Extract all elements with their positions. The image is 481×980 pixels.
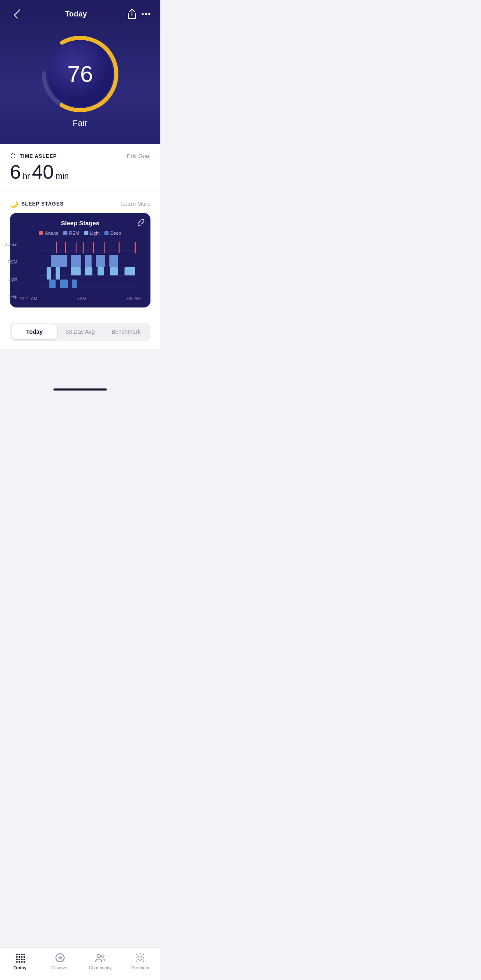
back-button[interactable]	[10, 7, 25, 21]
top-bar: Today	[0, 0, 160, 25]
rem-dot	[63, 231, 67, 235]
page-title: Today	[65, 10, 87, 18]
y-label-rem: REM	[0, 260, 17, 264]
x-axis-labels: 12:41 AM 5 AM 8:09 AM	[20, 296, 141, 301]
tab-30day[interactable]: 30 Day Avg	[57, 324, 103, 339]
tab-today[interactable]: Today	[12, 324, 57, 339]
tab-benchmark[interactable]: Benchmark	[103, 324, 149, 339]
y-label-light: Light	[0, 277, 17, 282]
svg-point-2	[148, 13, 150, 15]
time-asleep-header: ⏱ TIME ASLEEP Edit Goal	[10, 153, 150, 160]
share-button[interactable]	[127, 9, 136, 19]
chart-legend: Awake REM Light Deep	[16, 231, 144, 236]
deep-label: Deep	[110, 231, 121, 236]
svg-rect-13	[71, 267, 81, 275]
legend-light: Light	[84, 231, 100, 236]
sleep-stages-header: 🌙 SLEEP STAGES Learn More	[10, 200, 150, 208]
chart-wrapper: Awake REM Light Deep	[20, 240, 141, 301]
back-chevron-icon	[14, 9, 23, 19]
svg-point-1	[145, 13, 147, 15]
score-value: 76	[67, 62, 93, 86]
chart-title: Sleep Stages	[16, 220, 144, 227]
svg-rect-23	[72, 280, 77, 288]
svg-rect-9	[49, 280, 56, 288]
y-label-awake: Awake	[0, 243, 17, 247]
sleep-stages-title: SLEEP STAGES	[21, 201, 64, 207]
awake-label: Awake	[45, 231, 58, 236]
sleep-chart-svg	[40, 240, 141, 294]
learn-more-link[interactable]: Learn More	[121, 201, 150, 207]
svg-rect-11	[47, 267, 51, 280]
svg-point-0	[141, 13, 143, 15]
light-label: Light	[90, 231, 100, 236]
more-button[interactable]	[141, 13, 150, 15]
title-row: ⏱ TIME ASLEEP	[10, 153, 57, 160]
svg-rect-14	[85, 267, 92, 275]
light-dot	[84, 231, 88, 235]
hours-unit: hr	[23, 171, 30, 180]
time-asleep-value: 6 hr 40 min	[10, 162, 150, 183]
deep-dot	[104, 231, 109, 235]
rem-label: REM	[69, 231, 79, 236]
score-ring: 76	[39, 33, 121, 115]
content-area: ⏱ TIME ASLEEP Edit Goal 6 hr 40 min 🌙 SL…	[0, 144, 160, 349]
hero-section: Today	[0, 0, 160, 144]
svg-rect-17	[125, 267, 135, 275]
tabs-section: Today 30 Day Avg Benchmark	[0, 316, 160, 349]
legend-rem: REM	[63, 231, 79, 236]
sleep-stages-section: 🌙 SLEEP STAGES Learn More Sleep Stages A…	[0, 192, 160, 316]
x-label-start: 12:41 AM	[20, 296, 37, 301]
x-label-mid: 5 AM	[76, 296, 86, 301]
title-row-stages: 🌙 SLEEP STAGES	[10, 200, 64, 208]
awake-dot	[39, 231, 43, 235]
svg-rect-16	[110, 267, 118, 275]
score-circle: 76	[47, 41, 113, 107]
minutes-value: 40	[32, 161, 53, 183]
y-axis-labels: Awake REM Light Deep	[0, 240, 17, 301]
y-label-deep: Deep	[0, 294, 17, 299]
svg-rect-10	[60, 280, 68, 288]
x-label-end: 8:09 AM	[125, 296, 141, 301]
hours-value: 6	[10, 161, 21, 183]
svg-rect-15	[97, 267, 104, 275]
edit-goal-link[interactable]: Edit Goal	[127, 153, 150, 159]
home-indicator	[53, 388, 107, 391]
minutes-unit: min	[56, 171, 69, 180]
top-actions	[127, 9, 150, 19]
time-asleep-section: ⏱ TIME ASLEEP Edit Goal 6 hr 40 min	[0, 144, 160, 192]
expand-icon[interactable]	[137, 219, 145, 228]
tabs-container: Today 30 Day Avg Benchmark	[10, 323, 150, 341]
legend-awake: Awake	[39, 231, 58, 236]
legend-deep: Deep	[104, 231, 121, 236]
sleep-chart: Sleep Stages Awake REM	[10, 213, 150, 307]
chart-area	[40, 240, 141, 294]
svg-rect-12	[56, 267, 60, 280]
time-asleep-title: TIME ASLEEP	[20, 153, 57, 159]
